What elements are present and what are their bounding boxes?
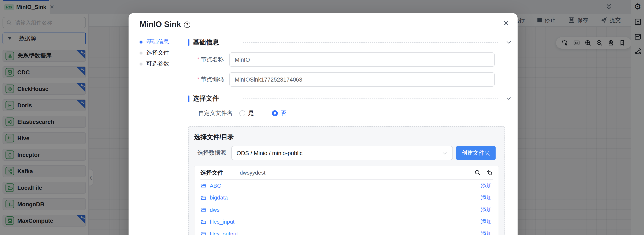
folder-icon <box>200 207 206 213</box>
node-name-label: 节点名称 <box>188 56 224 64</box>
modal-content: 基础信息 节点名称 节点编码 选择文件 <box>187 32 518 235</box>
collapse-chevron-icon[interactable] <box>506 39 512 45</box>
browser-label: 选择文件 <box>200 169 223 176</box>
add-link[interactable]: 添加 <box>481 194 492 202</box>
nav-dot <box>140 51 142 54</box>
modal-anchor-nav: 基础信息 选择文件 可选参数 <box>140 32 187 235</box>
modal-close-icon[interactable]: ✕ <box>503 20 509 27</box>
folder-link[interactable]: files_output <box>210 231 481 235</box>
modal-header: MinIO Sink ? ✕ <box>128 13 518 32</box>
add-link[interactable]: 添加 <box>481 230 492 235</box>
reset-icon[interactable] <box>486 170 492 176</box>
node-code-row: 节点编码 <box>188 72 512 87</box>
folder-link[interactable]: dws <box>210 207 481 213</box>
datasource-select[interactable]: ODS / Minio / minio-public <box>231 146 453 160</box>
create-folder-button[interactable]: 创建文件夹 <box>456 146 496 160</box>
help-icon[interactable]: ? <box>184 21 190 28</box>
folder-row: bigdata 添加 <box>200 192 492 204</box>
folder-icon <box>200 231 206 235</box>
node-code-label: 节点编码 <box>188 76 224 83</box>
node-name-row: 节点名称 <box>188 52 512 67</box>
chevron-down-icon <box>442 150 447 156</box>
folder-row: ABC 添加 <box>200 180 492 192</box>
nav-optional-params[interactable]: 可选参数 <box>140 60 187 68</box>
modal-title: MinIO Sink <box>140 19 181 30</box>
minio-sink-modal: MinIO Sink ? ✕ 基础信息 选择文件 可选参数 <box>128 13 518 235</box>
browser-header: 选择文件 <box>200 166 492 180</box>
section-basic-info-header: 基础信息 <box>188 38 512 47</box>
folder-icon <box>200 195 206 201</box>
datasource-row: 选择数据源 ODS / Minio / minio-public 创建文件夹 <box>194 146 499 160</box>
add-link[interactable]: 添加 <box>481 206 492 214</box>
nav-select-file[interactable]: 选择文件 <box>140 48 187 57</box>
folder-link[interactable]: ABC <box>210 182 481 189</box>
folder-row: dws 添加 <box>200 204 492 216</box>
app-window: Rts MinIO_Sink ✕ 运行 停止 保存 <box>0 0 644 235</box>
radio-icon <box>239 110 245 116</box>
custom-filename-row: 自定义文件名 是 否 <box>198 109 512 118</box>
file-browser-card: 选择文件 <box>194 166 499 235</box>
datasource-value: ODS / Minio / minio-public <box>236 150 442 156</box>
nav-basic-info[interactable]: 基础信息 <box>140 38 187 46</box>
folder-icon <box>200 183 206 189</box>
folder-link[interactable]: bigdata <box>210 195 481 201</box>
radio-yes[interactable]: 是 <box>239 110 254 117</box>
folder-row: files_input 添加 <box>200 216 492 228</box>
nav-dot <box>140 62 142 65</box>
file-picker-panel: 选择文件/目录 选择数据源 ODS / Minio / minio-public… <box>188 126 505 235</box>
nav-dot <box>140 40 142 43</box>
custom-filename-label: 自定义文件名 <box>198 110 232 117</box>
section-select-file-header: 选择文件 <box>188 94 512 103</box>
radio-icon <box>272 110 278 116</box>
radio-no[interactable]: 否 <box>272 110 286 117</box>
add-link[interactable]: 添加 <box>481 182 492 190</box>
folder-link[interactable]: files_input <box>210 219 481 225</box>
collapse-chevron-icon[interactable] <box>506 96 512 102</box>
search-icon[interactable] <box>474 170 481 176</box>
add-link[interactable]: 添加 <box>481 218 492 226</box>
folder-row: files_output 添加 <box>200 228 492 235</box>
node-code-input[interactable] <box>229 72 495 87</box>
folder-icon <box>200 219 206 225</box>
picker-title: 选择文件/目录 <box>194 133 499 141</box>
datasource-label: 选择数据源 <box>198 149 226 157</box>
node-name-input[interactable] <box>229 52 495 67</box>
path-input[interactable] <box>239 169 474 176</box>
